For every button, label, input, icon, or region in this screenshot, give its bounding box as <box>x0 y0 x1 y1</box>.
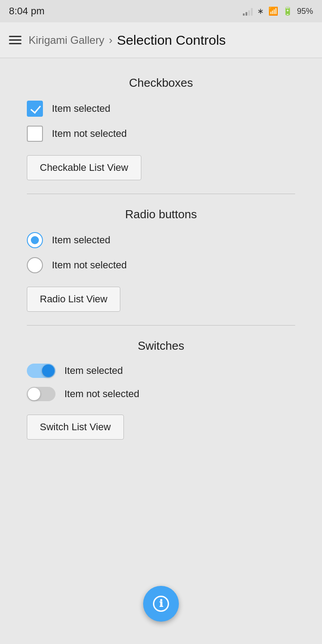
status-icons: ∗ 📶 🔋 95% <box>243 6 313 16</box>
signal-icon <box>243 7 253 16</box>
radio-buttons-title: Radio buttons <box>27 208 295 221</box>
switch-on-thumb <box>42 364 55 377</box>
checkbox-unselected[interactable] <box>27 126 43 142</box>
radio-buttons-section: Radio buttons Item selected Item not sel… <box>27 208 295 316</box>
info-fab[interactable]: ℹ <box>143 586 179 622</box>
page-title: Selection Controls <box>117 33 225 48</box>
status-bar: 8:04 pm ∗ 📶 🔋 95% <box>0 0 322 22</box>
checkbox-selected[interactable] <box>27 101 43 117</box>
radio-row-selected: Item selected <box>27 232 295 248</box>
switch-off-label: Item not selected <box>64 388 140 400</box>
checkable-list-view-button[interactable]: Checkable List View <box>27 155 141 180</box>
switches-title: Switches <box>27 339 295 353</box>
switch-row-on: Item selected <box>27 364 295 378</box>
info-icon: ℹ <box>153 596 169 612</box>
divider-1 <box>27 194 295 194</box>
breadcrumb: Kirigami Gallery › Selection Controls <box>29 33 313 48</box>
battery-percent: 95% <box>297 7 313 16</box>
radio-selected[interactable] <box>27 232 43 248</box>
switches-section: Switches Item selected Item not selected… <box>27 339 295 444</box>
divider-2 <box>27 325 295 326</box>
status-time: 8:04 pm <box>9 5 45 17</box>
checkbox-selected-label: Item selected <box>52 103 110 114</box>
radio-row-unselected: Item not selected <box>27 257 295 273</box>
chevron-icon: › <box>109 34 112 47</box>
radio-list-view-button[interactable]: Radio List View <box>27 287 120 312</box>
checkbox-unselected-label: Item not selected <box>52 128 127 140</box>
main-content: Checkboxes Item selected Item not select… <box>0 58 322 466</box>
switch-off-thumb <box>28 388 40 400</box>
app-bar: Kirigami Gallery › Selection Controls <box>0 22 322 58</box>
radio-unselected-label: Item not selected <box>52 259 127 271</box>
checkboxes-section: Checkboxes Item selected Item not select… <box>27 76 295 185</box>
checkbox-row-selected: Item selected <box>27 101 295 117</box>
radio-unselected[interactable] <box>27 257 43 273</box>
switch-on-label: Item selected <box>64 365 123 377</box>
wifi-icon: 📶 <box>268 6 278 16</box>
battery-icon: 🔋 <box>283 6 292 16</box>
checkbox-row-unselected: Item not selected <box>27 126 295 142</box>
switch-off[interactable] <box>27 387 55 401</box>
switch-on[interactable] <box>27 364 55 378</box>
breadcrumb-gallery[interactable]: Kirigami Gallery <box>29 34 104 47</box>
bluetooth-icon: ∗ <box>257 6 264 16</box>
checkboxes-title: Checkboxes <box>27 76 295 90</box>
hamburger-button[interactable] <box>9 36 21 44</box>
switch-list-view-button[interactable]: Switch List View <box>27 415 124 440</box>
switch-row-off: Item not selected <box>27 387 295 401</box>
radio-selected-label: Item selected <box>52 234 110 246</box>
